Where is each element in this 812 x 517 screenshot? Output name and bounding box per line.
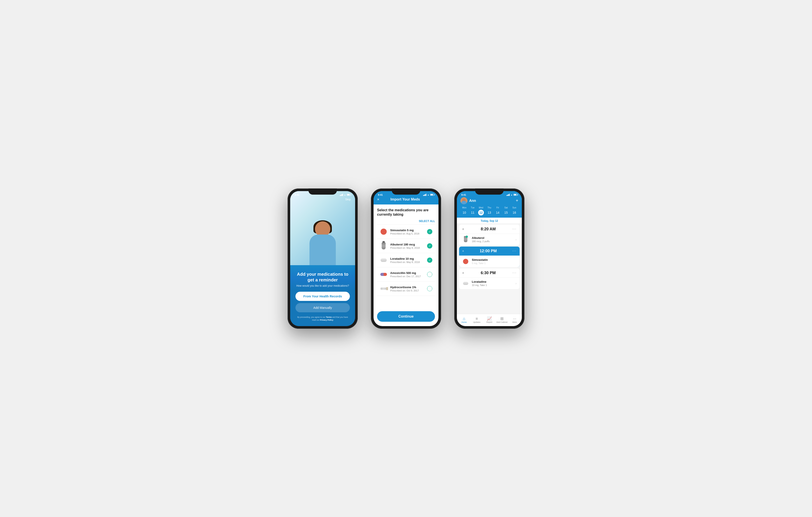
time-label-1200: 12:00 PM <box>464 249 512 253</box>
check-hydrocortisone[interactable] <box>427 286 432 291</box>
health-records-button[interactable]: From Your Health Records <box>295 292 350 301</box>
med-name-albuterol: Albuterol 180 mcg <box>390 243 427 246</box>
sched-item-albuterol[interactable]: Albuterol 180 mcg, 2 puffs › <box>459 234 520 245</box>
close-button[interactable]: × <box>377 197 379 202</box>
phone-1-subtitle: How would you like to add your medicatio… <box>295 284 350 288</box>
check-simvastatin[interactable]: ✓ <box>427 229 432 234</box>
med-item-simvastatin[interactable]: Simvastatin 5 mg Prescribed on: Aug 5, 2… <box>377 224 435 239</box>
time-block-820: ∧ 8:20 AM ··· Albuterol <box>459 225 520 245</box>
phone-2: 9:41 ▲ <box>371 188 441 329</box>
med-icon-loratadine <box>380 256 387 264</box>
phone-2-header-title: Import Your Meds <box>379 197 431 202</box>
select-all-row: SELECT ALL <box>377 220 435 223</box>
battery-icon <box>347 194 351 196</box>
sched-info-simvastatin: Simvastatin 5 mg, Take 1 <box>472 258 516 265</box>
avatar-body <box>461 201 467 204</box>
capsule-icon <box>380 273 387 276</box>
phone-1-status-icons: ▲ <box>340 194 351 196</box>
sched-icon-simvastatin <box>462 258 469 265</box>
sched-icon-loratadine <box>462 280 469 287</box>
phone-1-content: Add your medications to get a reminder H… <box>290 267 355 326</box>
more-icon: ··· <box>513 317 516 321</box>
sched-dose-loratadine: 10 mg, Take 1 <box>472 284 516 286</box>
calendar-day-labels: Mon Tue Wed Thu Fri Sat Sun <box>460 207 518 210</box>
phones-container: 9:41 ▲ <box>288 188 524 329</box>
nav-more-label: More <box>512 321 517 323</box>
add-button[interactable]: + <box>516 198 518 203</box>
nav-med-cabinet[interactable]: ⊞ Med Cabinet <box>496 317 509 323</box>
time-label-630: 6:30 PM <box>464 271 512 275</box>
phone-2-instruction: Select the medications you are currently… <box>377 208 435 217</box>
select-all-button[interactable]: SELECT ALL <box>419 220 435 223</box>
check-amoxicillin[interactable] <box>427 272 432 277</box>
more-options-1200[interactable]: ··· <box>512 249 517 253</box>
phone-3-screen: 9:41 ▲ <box>457 191 522 326</box>
check-loratadine[interactable]: ✓ <box>427 257 432 263</box>
user-info: Ann <box>460 197 476 204</box>
sched-dose-albuterol: 180 mcg, 2 puffs <box>472 240 516 243</box>
med-icon-hydrocortisone <box>380 285 387 293</box>
add-manually-button[interactable]: Add Manually <box>295 303 350 312</box>
med-item-amoxicillin[interactable]: Amoxicillin 500 mg Prescribed on: Dec 17… <box>377 267 435 281</box>
tube-icon <box>381 287 387 290</box>
more-options-630[interactable]: ··· <box>512 271 517 275</box>
cal-label-sat: Sat <box>502 207 510 209</box>
cal-label-thu: Thu <box>485 207 493 209</box>
cal-date-12-today[interactable]: 12 <box>478 210 484 215</box>
med-prescribed-simvastatin: Prescribed on: Aug 5, 2018 <box>390 232 427 235</box>
sched-item-simvastatin[interactable]: Simvastatin 5 mg, Take 1 › <box>459 255 520 267</box>
schedule-body: ∧ 8:20 AM ··· Albuterol <box>457 223 522 301</box>
nav-home[interactable]: ⌂ Home <box>458 317 470 323</box>
phone-3-time: 9:41 <box>461 193 466 196</box>
sched-item-loratadine[interactable]: Loratadine 10 mg, Take 1 › <box>459 277 520 289</box>
today-label: Today, Sep 12 <box>457 218 522 223</box>
calendar-dates: 10 11 12 13 14 15 16 <box>460 210 518 215</box>
sched-oval-icon <box>463 282 468 285</box>
chevron-up-1200[interactable]: ∧ <box>462 249 464 252</box>
person-body <box>310 235 336 265</box>
nav-report[interactable]: 📈 Report <box>483 317 496 323</box>
cal-date-15[interactable]: 15 <box>503 210 509 215</box>
nav-updates[interactable]: ≡ Updates <box>470 317 483 323</box>
med-prescribed-amoxicillin: Prescribed on: Dec 17, 2017 <box>390 275 427 278</box>
med-item-albuterol[interactable]: Albuterol 180 mcg Prescribed on: May 8, … <box>377 239 435 253</box>
nav-updates-label: Updates <box>473 321 481 323</box>
cal-label-mon: Mon <box>460 207 468 209</box>
phone-1-time: 9:41 <box>295 193 299 196</box>
nav-report-label: Report <box>486 321 492 323</box>
med-info-simvastatin: Simvastatin 5 mg Prescribed on: Aug 5, 2… <box>390 229 427 235</box>
time-block-630: ∧ 6:30 PM ··· Loratadine 10 mg, Take 1 <box>459 269 520 289</box>
med-icon-albuterol <box>380 242 387 250</box>
cal-date-11[interactable]: 11 <box>470 210 475 215</box>
terms-link[interactable]: Terms <box>326 316 331 318</box>
nav-more[interactable]: ··· More <box>508 317 521 323</box>
privacy-link[interactable]: Privacy Policy <box>320 319 333 321</box>
chevron-up-820[interactable]: ∧ <box>462 227 464 231</box>
more-options-820[interactable]: ··· <box>512 227 517 231</box>
phone-3-inner: 9:41 ▲ <box>457 191 522 326</box>
med-item-hydrocortisone[interactable]: Hydrocortisone 1% Prescribed on: Oct 9, … <box>377 281 435 296</box>
sched-name-simvastatin: Simvastatin <box>472 258 516 262</box>
updates-icon: ≡ <box>475 317 478 321</box>
phone-3-header-top: Ann + <box>460 197 518 204</box>
med-item-loratadine[interactable]: Loratadine 10 mg Prescribed on: May 8, 2… <box>377 253 435 267</box>
time-header-820: ∧ 8:20 AM ··· <box>459 225 520 234</box>
phone-2-status-icons: ▲ <box>423 194 434 196</box>
check-albuterol[interactable]: ✓ <box>427 243 432 248</box>
cal-date-10[interactable]: 10 <box>462 210 467 215</box>
continue-button[interactable]: Continue <box>377 311 435 322</box>
sched-check-dot <box>466 236 468 238</box>
phone-2-footer: Continue <box>377 311 435 322</box>
time-header-630: ∧ 6:30 PM ··· <box>459 269 520 277</box>
battery-icon-3 <box>514 194 517 196</box>
skip-button[interactable]: Skip <box>345 198 351 201</box>
cal-date-14[interactable]: 14 <box>495 210 500 215</box>
med-info-amoxicillin: Amoxicillin 500 mg Prescribed on: Dec 17… <box>390 271 427 278</box>
phone-1-notch <box>309 188 337 194</box>
chevron-up-630[interactable]: ∧ <box>462 271 464 274</box>
signal-icon-3 <box>506 194 510 196</box>
cal-date-13[interactable]: 13 <box>487 210 492 215</box>
cal-date-16[interactable]: 16 <box>512 210 517 215</box>
phone-2-notch <box>392 188 420 194</box>
sched-info-loratadine: Loratadine 10 mg, Take 1 <box>472 280 516 286</box>
